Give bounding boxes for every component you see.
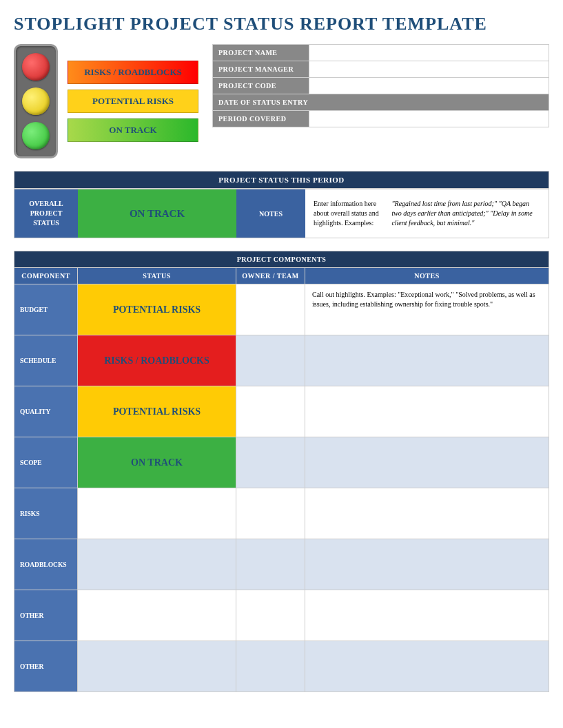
component-notes[interactable] <box>305 539 549 590</box>
status-period-section: PROJECT STATUS THIS PERIOD OVERALL PROJE… <box>14 171 549 238</box>
header-row: RISKS / ROADBLOCKS POTENTIAL RISKS ON TR… <box>14 44 549 158</box>
legend-yellow: POTENTIAL RISKS <box>68 90 198 113</box>
info-date-label: DATE OF STATUS ENTRY <box>213 94 549 111</box>
component-notes[interactable]: Call out highlights. Examples: "Exceptio… <box>305 284 549 335</box>
info-period-value[interactable] <box>309 111 549 127</box>
stoplight-red-icon <box>22 53 50 81</box>
notes-label: NOTES <box>236 189 305 238</box>
overall-status-value: ON TRACK <box>78 189 236 238</box>
component-status: POTENTIAL RISKS <box>78 386 236 437</box>
info-project-manager-label: PROJECT MANAGER <box>213 61 309 78</box>
component-status: ON TRACK <box>78 437 236 488</box>
component-status <box>78 488 236 539</box>
components-header: PROJECT COMPONENTS <box>14 251 549 268</box>
col-notes: NOTES <box>305 268 549 284</box>
component-owner[interactable] <box>236 641 305 692</box>
notes-value[interactable]: Enter information here about overall sta… <box>305 189 549 238</box>
component-owner[interactable] <box>236 590 305 641</box>
stoplight-yellow-icon <box>22 87 50 115</box>
info-project-name-label: PROJECT NAME <box>213 45 309 61</box>
component-owner[interactable] <box>236 539 305 590</box>
component-row-label: QUALITY <box>14 386 78 437</box>
component-owner[interactable] <box>236 284 305 335</box>
info-project-name-value[interactable] <box>309 45 549 61</box>
info-period-label: PERIOD COVERED <box>213 111 309 127</box>
col-status: STATUS <box>78 268 236 284</box>
component-status <box>78 590 236 641</box>
component-row-label: RISKS <box>14 488 78 539</box>
stoplight-green-icon <box>22 122 50 149</box>
component-owner[interactable] <box>236 386 305 437</box>
component-notes[interactable] <box>305 641 549 692</box>
component-row-label: OTHER <box>14 590 78 641</box>
info-project-code-label: PROJECT CODE <box>213 78 309 94</box>
notes-example: "Regained lost time from last period;" "… <box>391 199 540 228</box>
component-row-label: BUDGET <box>14 284 78 335</box>
page-title: STOPLIGHT PROJECT STATUS REPORT TEMPLATE <box>14 14 549 34</box>
components-table: PROJECT COMPONENTS COMPONENT STATUS OWNE… <box>14 251 549 692</box>
legend-red: RISKS / ROADBLOCKS <box>68 61 198 84</box>
info-project-code-value[interactable] <box>309 78 549 94</box>
component-status: RISKS / ROADBLOCKS <box>78 335 236 386</box>
component-notes[interactable] <box>305 335 549 386</box>
component-row-label: OTHER <box>14 641 78 692</box>
component-notes[interactable] <box>305 488 549 539</box>
notes-intro: Enter information here about overall sta… <box>314 199 391 228</box>
component-status <box>78 641 236 692</box>
col-owner: OWNER / TEAM <box>236 268 305 284</box>
status-period-row: OVERALL PROJECT STATUS ON TRACK NOTES En… <box>14 189 549 238</box>
component-status: POTENTIAL RISKS <box>78 284 236 335</box>
component-notes[interactable] <box>305 437 549 488</box>
component-owner[interactable] <box>236 335 305 386</box>
overall-status-label: OVERALL PROJECT STATUS <box>14 189 78 238</box>
component-notes[interactable] <box>305 590 549 641</box>
project-info-table: PROJECT NAME PROJECT MANAGER PROJECT COD… <box>212 44 549 127</box>
component-row-label: SCOPE <box>14 437 78 488</box>
component-status <box>78 539 236 590</box>
info-project-manager-value[interactable] <box>309 61 549 78</box>
component-owner[interactable] <box>236 437 305 488</box>
legend-green: ON TRACK <box>68 118 198 142</box>
legend: RISKS / ROADBLOCKS POTENTIAL RISKS ON TR… <box>68 61 198 142</box>
component-row-label: SCHEDULE <box>14 335 78 386</box>
component-row-label: ROADBLOCKS <box>14 539 78 590</box>
col-component: COMPONENT <box>14 268 78 284</box>
component-owner[interactable] <box>236 488 305 539</box>
component-notes[interactable] <box>305 386 549 437</box>
stoplight-legend-box: RISKS / ROADBLOCKS POTENTIAL RISKS ON TR… <box>14 44 198 158</box>
status-period-header: PROJECT STATUS THIS PERIOD <box>14 171 549 189</box>
stoplight-icon <box>14 44 58 158</box>
